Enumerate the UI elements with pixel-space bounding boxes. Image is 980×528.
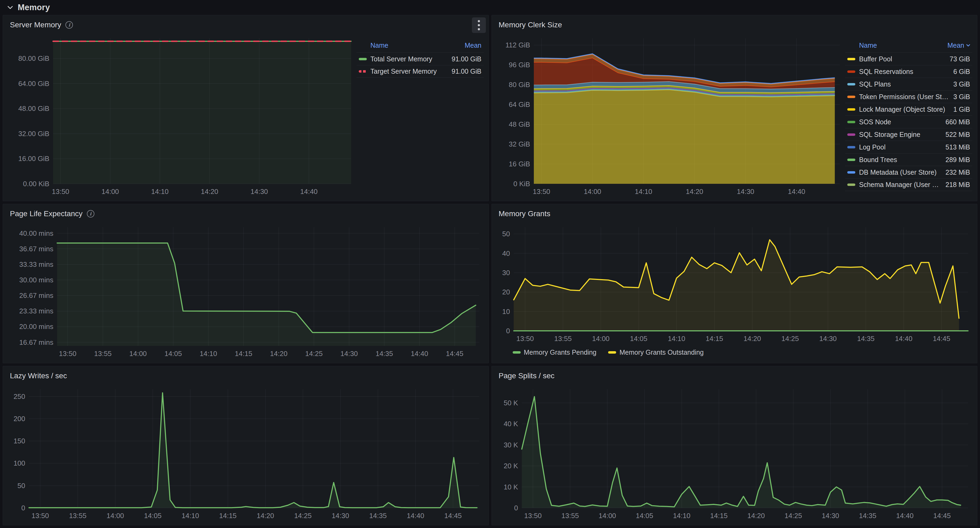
legend-column-mean[interactable]: Mean <box>465 41 482 49</box>
legend-series-mean: 218 MiB <box>945 181 970 189</box>
y-axis-tick-label: 30 <box>502 269 510 277</box>
panel-header: Lazy Writes / sec <box>7 369 485 383</box>
legend-series-mean: 91.00 GiB <box>452 68 481 75</box>
x-axis-tick-label: 14:40 <box>411 350 428 358</box>
y-axis-tick-label: 64 GiB <box>509 100 530 108</box>
legend-series-name[interactable]: SQL Plans <box>859 80 950 88</box>
x-axis-tick-label: 14:30 <box>737 187 754 195</box>
y-axis-tick-label: 64.00 GiB <box>18 79 49 87</box>
legend-row: Schema Manager (User Store)218 MiB <box>845 178 972 191</box>
y-axis-tick-label: 0.00 KiB <box>23 180 49 188</box>
panel-title[interactable]: Page Splits / sec <box>499 371 555 380</box>
area-fill <box>57 243 476 346</box>
chart-page-splits[interactable]: 13:5013:5514:0014:0514:1014:1514:2014:25… <box>495 383 974 522</box>
x-axis-tick-label: 14:05 <box>144 512 161 520</box>
legend-item-label: Memory Grants Pending <box>524 349 597 356</box>
line-series <box>522 396 961 507</box>
panel-title[interactable]: Page Life Expectancy <box>10 209 83 218</box>
x-axis-tick-label: 13:50 <box>31 512 49 520</box>
panel-title[interactable]: Server Memory <box>10 21 61 29</box>
x-axis-tick-label: 14:15 <box>235 350 252 358</box>
legend-row: SQL Reservations6 GiB <box>845 65 972 78</box>
x-axis-tick-label: 14:15 <box>219 512 237 520</box>
series-color-swatch <box>847 171 855 174</box>
x-axis-tick-label: 14:30 <box>821 512 839 520</box>
x-axis-tick-label: 14:00 <box>598 512 616 520</box>
panel-header: Memory Grants <box>495 207 974 221</box>
series-color-swatch <box>847 146 855 148</box>
chart-lazy-writes[interactable]: 13:5013:5514:0014:0514:1014:1514:2014:25… <box>7 383 485 522</box>
x-axis-tick-label: 14:05 <box>636 512 653 520</box>
legend-item[interactable]: Memory Grants Pending <box>513 349 597 356</box>
row-title[interactable]: Memory <box>18 3 50 12</box>
x-axis-tick-label: 14:20 <box>201 187 218 195</box>
y-axis-tick-label: 32 GiB <box>509 140 530 148</box>
legend-series-mean: 1 GiB <box>953 106 970 113</box>
chart-memory-clerk-size[interactable]: 13:5014:0014:1014:2014:3014:400 KiB16 Gi… <box>495 32 845 198</box>
area-fill <box>53 41 351 184</box>
series-color-swatch <box>847 159 855 161</box>
x-axis-tick-label: 14:10 <box>668 335 685 342</box>
panel-header: Page Splits / sec <box>495 369 974 383</box>
panel-page-life-expectancy: Page Life Expectancy 13:5013:5514:0014:0… <box>3 204 489 363</box>
x-axis-tick-label: 13:55 <box>554 335 572 342</box>
panel-header: Memory Clerk Size <box>495 18 974 32</box>
y-axis-tick-label: 40.00 mins <box>19 229 53 237</box>
legend-series-mean: 73 GiB <box>950 55 970 63</box>
y-axis-tick-label: 48 GiB <box>509 120 530 128</box>
y-axis-tick-label: 32.00 GiB <box>18 130 49 138</box>
legend-series-name[interactable]: SQL Storage Engine <box>859 131 942 138</box>
legend-row: Lock Manager (Object Store)1 GiB <box>845 103 972 116</box>
series-color-swatch <box>847 184 855 186</box>
x-axis-tick-label: 14:45 <box>444 512 462 520</box>
legend-series-name[interactable]: Token Permissions (User Store) <box>859 93 950 101</box>
legend-series-name[interactable]: Lock Manager (Object Store) <box>859 106 950 113</box>
chevron-down-icon[interactable] <box>8 6 13 10</box>
legend-row: DB Metadata (User Store)232 MiB <box>845 166 972 178</box>
x-axis-tick-label: 14:25 <box>781 335 799 342</box>
area-fill <box>522 396 961 508</box>
legend-series-mean: 6 GiB <box>953 68 970 76</box>
legend-column-name[interactable]: Name <box>371 41 388 49</box>
legend-table: Name Mean Total Server Memory91.00 GiBTa… <box>356 40 485 198</box>
legend-series-name[interactable]: SQL Reservations <box>859 68 950 76</box>
legend-row: Log Pool513 MiB <box>845 141 972 153</box>
y-axis-tick-label: 26.67 mins <box>19 292 53 300</box>
legend-column-name[interactable]: Name <box>859 41 877 49</box>
y-axis-tick-label: 10 K <box>504 483 518 491</box>
series-color-swatch <box>513 351 521 354</box>
legend-series-name[interactable]: Total Server Memory <box>371 55 448 63</box>
legend-table: Name Mean Buffer Pool73 GiBSQL Reservati… <box>845 40 973 198</box>
legend-series-name[interactable]: Buffer Pool <box>859 55 946 63</box>
legend-series-name[interactable]: Bound Trees <box>859 156 942 164</box>
panel-title[interactable]: Memory Clerk Size <box>499 21 562 29</box>
x-axis-tick-label: 14:40 <box>895 335 912 342</box>
legend-series-name[interactable]: Target Server Memory <box>371 68 448 75</box>
stacked-area-series <box>534 90 835 184</box>
series-color-swatch <box>847 83 855 86</box>
row-header-memory[interactable]: Memory <box>3 0 977 15</box>
info-icon[interactable] <box>65 21 73 29</box>
legend-series-mean: 91.00 GiB <box>452 55 481 63</box>
legend-series-name[interactable]: Schema Manager (User Store) <box>859 181 942 189</box>
x-axis-tick-label: 14:10 <box>200 350 217 358</box>
panel-menu-kebab-icon[interactable] <box>472 17 486 33</box>
chart-memory-grants[interactable]: 13:5013:5514:0014:0514:1014:1514:2014:25… <box>495 221 974 345</box>
legend-column-mean[interactable]: Mean <box>947 41 970 49</box>
line-series <box>29 393 477 507</box>
legend-series-name[interactable]: DB Metadata (User Store) <box>859 168 942 176</box>
x-axis-tick-label: 14:45 <box>933 335 950 342</box>
chart-server-memory[interactable]: 13:5014:0014:1014:2014:3014:400.00 KiB16… <box>7 32 356 198</box>
legend-item[interactable]: Memory Grants Outstanding <box>608 349 703 356</box>
panel-title[interactable]: Lazy Writes / sec <box>10 371 67 380</box>
legend-series-name[interactable]: SOS Node <box>859 118 942 126</box>
x-axis-tick-label: 13:50 <box>524 512 542 520</box>
panel-title[interactable]: Memory Grants <box>499 209 550 218</box>
info-icon[interactable] <box>87 210 94 217</box>
legend-series-mean: 513 MiB <box>945 143 970 151</box>
legend-series-name[interactable]: Log Pool <box>859 143 942 151</box>
chart-page-life-expectancy[interactable]: 13:5013:5514:0014:0514:1014:1514:2014:25… <box>7 221 485 360</box>
x-axis-tick-label: 13:50 <box>59 350 76 358</box>
panel-header: Server Memory <box>7 18 485 32</box>
x-axis-tick-label: 13:50 <box>52 187 69 195</box>
